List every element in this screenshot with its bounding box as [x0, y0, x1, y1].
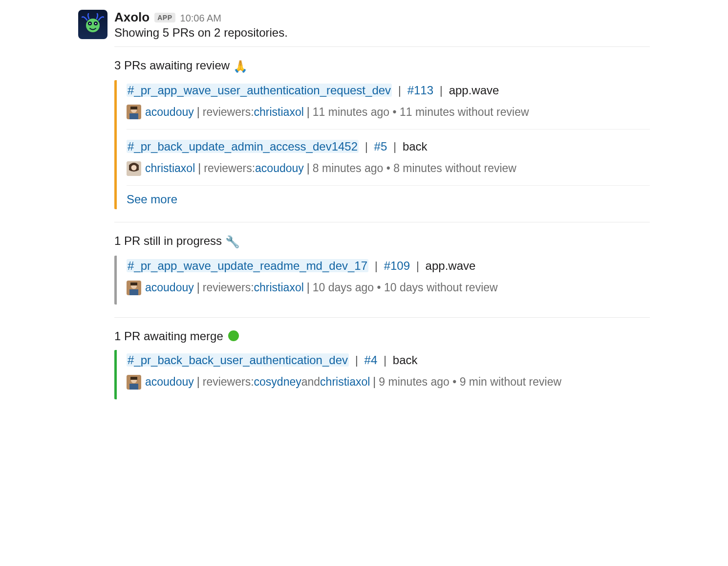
reviewer-link[interactable]: acoudouy: [255, 160, 304, 176]
pr-number-link[interactable]: #113: [407, 84, 433, 97]
pr-channel-link[interactable]: #_pr_app_wave_user_authentication_reques…: [127, 84, 392, 97]
bullet: •: [450, 374, 460, 390]
pr-item: #_pr_app_wave_update_readme_md_dev_17 | …: [127, 256, 650, 305]
app-avatar: [78, 10, 107, 39]
reviewers-label: reviewers:: [204, 160, 255, 176]
reviewers-label: reviewers:: [203, 280, 254, 296]
pr-item: #_pr_app_wave_user_authentication_reques…: [127, 80, 650, 129]
section-awaiting-review: 3 PRs awaiting review 🙏 #_pr_app_wave_us…: [114, 47, 650, 222]
svg-rect-15: [130, 283, 137, 285]
pr-repo: app.wave: [426, 259, 476, 272]
pr-channel-link[interactable]: #_pr_app_wave_update_readme_md_dev_17: [127, 259, 368, 272]
separator: |: [395, 84, 404, 97]
reviewers-join: and: [301, 374, 320, 390]
separator: |: [304, 104, 313, 120]
pr-no-review: 9 min without review: [460, 374, 561, 390]
pr-number-link[interactable]: #4: [364, 353, 378, 367]
pr-age: 9 minutes ago: [379, 374, 449, 390]
pr-channel-link[interactable]: #_pr_back_back_user_authentication_dev: [127, 353, 349, 367]
pr-no-review: 10 days without review: [384, 280, 498, 296]
separator: |: [194, 374, 203, 390]
svg-rect-7: [129, 113, 138, 119]
section-in-progress: 1 PR still in progress 🔧 #_pr_app_wave_u…: [114, 222, 650, 318]
section-title-text: 3 PRs awaiting review: [114, 59, 233, 72]
section-awaiting-merge: 1 PR awaiting merge #_pr_back_back_user_…: [114, 318, 650, 399]
pr-age: 11 minutes ago: [313, 104, 389, 120]
svg-rect-14: [129, 289, 138, 295]
svg-rect-19: [130, 377, 137, 380]
author-link[interactable]: christiaxol: [145, 160, 195, 176]
pr-number-link[interactable]: #109: [384, 259, 410, 272]
pr-item: #_pr_back_back_user_authentication_dev |…: [127, 350, 650, 399]
pr-repo: app.wave: [449, 84, 499, 97]
pr-age: 10 days ago: [313, 280, 374, 296]
separator: |: [304, 280, 313, 296]
pr-number-link[interactable]: #5: [374, 140, 387, 153]
pr-channel-link[interactable]: #_pr_back_update_admin_access_dev1452: [127, 140, 359, 153]
author-link[interactable]: acoudouy: [145, 280, 194, 296]
bullet: •: [389, 104, 400, 120]
pr-no-review: 11 minutes without review: [400, 104, 529, 120]
section-title: 1 PR still in progress 🔧: [114, 234, 650, 249]
pr-repo: back: [403, 140, 428, 153]
reviewers-label: reviewers:: [203, 104, 254, 120]
author-avatar: [127, 161, 141, 176]
section-title-text: 1 PR still in progress: [114, 234, 225, 247]
svg-point-3: [89, 23, 91, 24]
green-dot-icon: [228, 330, 239, 341]
reviewer-link[interactable]: christiaxol: [254, 280, 304, 296]
summary-text: Showing 5 PRs on 2 repositories.: [114, 26, 650, 47]
author-link[interactable]: acoudouy: [145, 374, 194, 390]
pray-emoji-icon: 🙏: [233, 60, 248, 73]
svg-rect-18: [129, 384, 138, 390]
separator: |: [372, 259, 381, 272]
pr-no-review: 8 minutes without review: [393, 160, 516, 176]
pr-block-awaiting-review: #_pr_app_wave_user_authentication_reques…: [114, 80, 650, 209]
separator: |: [370, 374, 379, 390]
svg-point-11: [131, 165, 137, 170]
pr-block-in-progress: #_pr_app_wave_update_readme_md_dev_17 | …: [114, 256, 650, 305]
pr-item: #_pr_back_update_admin_access_dev1452 | …: [127, 129, 650, 185]
separator: |: [390, 140, 399, 153]
author-link[interactable]: acoudouy: [145, 104, 194, 120]
bullet: •: [374, 280, 384, 296]
app-name[interactable]: Axolo: [114, 10, 150, 25]
author-avatar: [127, 375, 141, 390]
section-title: 3 PRs awaiting review 🙏: [114, 59, 650, 73]
section-title: 1 PR awaiting merge: [114, 329, 650, 343]
separator: |: [304, 160, 313, 176]
app-badge: APP: [154, 13, 175, 22]
section-title-text: 1 PR awaiting merge: [114, 329, 226, 343]
separator: |: [413, 259, 422, 272]
pr-block-awaiting-merge: #_pr_back_back_user_authentication_dev |…: [114, 350, 650, 399]
reviewer-link[interactable]: christiaxol: [254, 104, 304, 120]
reviewer-link[interactable]: christiaxol: [320, 374, 370, 390]
pr-repo: back: [393, 353, 418, 367]
pr-age: 8 minutes ago: [313, 160, 383, 176]
separator: |: [362, 140, 371, 153]
message-time: 10:06 AM: [180, 13, 222, 24]
slack-message-card: Axolo APP 10:06 AM Showing 5 PRs on 2 re…: [68, 0, 660, 414]
separator: |: [352, 353, 361, 367]
separator: |: [194, 280, 203, 296]
svg-rect-8: [130, 107, 137, 109]
separator: |: [194, 104, 203, 120]
author-avatar: [127, 281, 141, 295]
separator: |: [195, 160, 204, 176]
separator: |: [381, 353, 389, 367]
wrench-emoji-icon: 🔧: [225, 235, 240, 248]
bullet: •: [383, 160, 393, 176]
svg-point-0: [86, 19, 100, 32]
author-avatar: [127, 105, 141, 119]
reviewers-label: reviewers:: [203, 374, 254, 390]
separator: |: [437, 84, 446, 97]
see-more-link[interactable]: See more: [127, 185, 650, 209]
reviewer-link[interactable]: cosydney: [254, 374, 301, 390]
svg-point-4: [95, 23, 97, 24]
